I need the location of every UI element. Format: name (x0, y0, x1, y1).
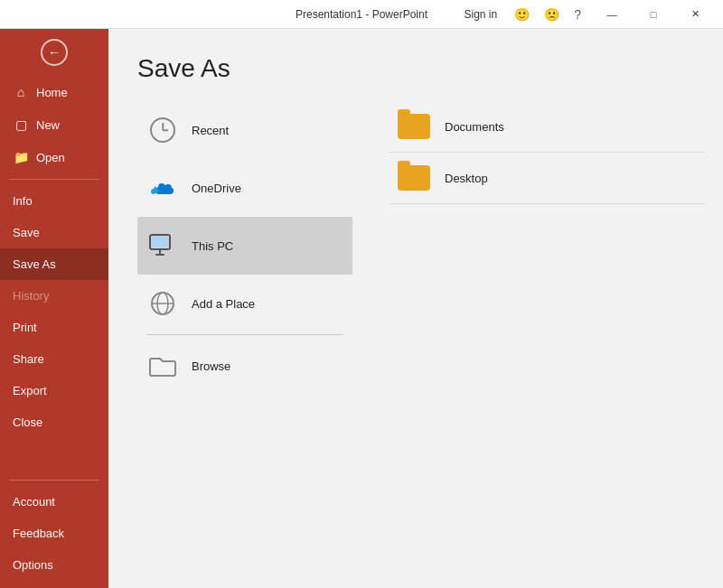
open-icon: 📁 (13, 150, 29, 164)
sidebar-item-export[interactable]: Export (0, 375, 108, 406)
sidebar-label-share: Share (13, 352, 44, 366)
back-icon: ← (41, 39, 68, 66)
maximize-button[interactable]: □ (633, 0, 674, 29)
title-bar: Presentation1 - PowerPoint Sign in 🙂 🙁 ?… (0, 0, 723, 29)
content-area: Save As Recent (108, 29, 723, 588)
sidebar-item-options[interactable]: Options (0, 549, 108, 581)
sidebar-label-close: Close (13, 415, 42, 429)
location-browse-label: Browse (192, 359, 230, 373)
sidebar-item-save-as[interactable]: Save As (0, 248, 108, 280)
signin-link[interactable]: Sign in (465, 8, 498, 21)
sidebar-item-feedback[interactable]: Feedback (0, 518, 108, 549)
sidebar-nav: ⌂ Home ▢ New 📁 Open Info Save (0, 76, 108, 588)
locations-divider (146, 334, 343, 335)
add-place-icon (146, 287, 179, 320)
sidebar-label-export: Export (13, 384, 47, 397)
sidebar-item-info[interactable]: Info (0, 185, 108, 217)
sidebar-item-print[interactable]: Print (0, 312, 108, 343)
sidebar-label-info: Info (13, 194, 33, 208)
location-add-place-label: Add a Place (192, 297, 255, 311)
sidebar-divider-1 (9, 179, 99, 180)
sidebar-label-home: Home (36, 86, 68, 99)
sidebar-label-history: History (13, 289, 49, 303)
sidebar-item-home[interactable]: ⌂ Home (0, 76, 108, 108)
home-icon: ⌂ (13, 85, 29, 99)
sidebar-label-account: Account (13, 495, 55, 509)
onedrive-icon (146, 172, 179, 204)
location-browse[interactable]: Browse (137, 337, 352, 395)
help-icon[interactable]: ? (569, 5, 586, 23)
sidebar-bottom: Account Feedback Options (0, 474, 108, 588)
this-pc-icon (146, 229, 179, 262)
location-this-pc-label: This PC (192, 239, 233, 253)
sidebar-item-history: History (0, 280, 108, 312)
window-title: Presentation1 - PowerPoint (296, 8, 427, 21)
file-desktop[interactable]: Desktop (389, 153, 705, 204)
minimize-button[interactable]: — (591, 0, 633, 29)
location-onedrive[interactable]: OneDrive (137, 159, 352, 217)
page-title: Save As (108, 29, 723, 101)
location-recent-label: Recent (192, 124, 229, 137)
svg-rect-2 (159, 249, 161, 254)
sidebar-item-save[interactable]: Save (0, 217, 108, 248)
sidebar: ← ⌂ Home ▢ New 📁 Open Info (0, 29, 108, 588)
file-documents[interactable]: Documents (389, 101, 705, 153)
recent-icon (146, 114, 179, 146)
sidebar-item-account[interactable]: Account (0, 486, 108, 518)
locations-panel: Recent OneDrive (108, 101, 371, 570)
documents-folder-icon (398, 114, 430, 139)
location-this-pc[interactable]: This PC (137, 217, 352, 275)
sidebar-item-close[interactable]: Close (0, 406, 108, 438)
browse-icon (146, 350, 179, 382)
svg-rect-1 (152, 237, 168, 247)
smiley-icon[interactable]: 🙂 (510, 5, 534, 23)
sidebar-label-feedback: Feedback (13, 527, 64, 540)
sidebar-item-share[interactable]: Share (0, 343, 108, 375)
file-documents-label: Documents (445, 120, 504, 134)
content-body: Recent OneDrive (108, 101, 723, 588)
sidebar-divider-2 (9, 480, 99, 481)
sidebar-label-print: Print (13, 321, 37, 334)
back-button[interactable]: ← (0, 29, 108, 76)
sidebar-label-open: Open (36, 151, 65, 164)
close-button[interactable]: ✕ (674, 0, 716, 29)
location-recent[interactable]: Recent (137, 101, 352, 159)
sad-icon[interactable]: 🙁 (540, 5, 564, 23)
clock-icon (150, 117, 175, 143)
file-desktop-label: Desktop (445, 172, 488, 185)
new-icon: ▢ (13, 117, 29, 132)
sidebar-item-new[interactable]: ▢ New (0, 108, 108, 141)
files-panel: Documents Desktop (371, 101, 723, 570)
desktop-folder-icon (398, 165, 430, 191)
sidebar-item-open[interactable]: 📁 Open (0, 141, 108, 173)
sidebar-label-save: Save (13, 226, 40, 239)
svg-rect-3 (155, 254, 164, 256)
location-add-place[interactable]: Add a Place (137, 275, 352, 332)
sidebar-label-options: Options (13, 558, 53, 572)
sidebar-label-new: New (36, 118, 60, 132)
location-onedrive-label: OneDrive (192, 182, 241, 195)
sidebar-label-save-as: Save As (13, 257, 56, 271)
window-controls: — □ ✕ (591, 0, 716, 29)
main-content: ← ⌂ Home ▢ New 📁 Open Info (0, 29, 723, 588)
